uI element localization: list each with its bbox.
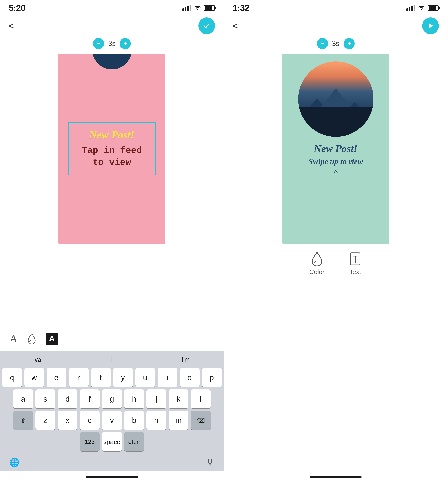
color-drop-icon (310, 252, 324, 266)
svg-rect-7 (349, 42, 350, 45)
globe-icon[interactable]: 🌐 (9, 458, 19, 467)
text-label: Text (349, 268, 361, 276)
text-tool[interactable]: Text (348, 252, 362, 276)
status-time-right: 1:32 (233, 3, 249, 13)
key-q[interactable]: q (2, 368, 22, 387)
wifi-icon-right (418, 5, 425, 11)
top-nav-right: < (224, 16, 448, 36)
svg-rect-2 (125, 42, 126, 45)
key-t[interactable]: t (91, 368, 111, 387)
swipe-text: Swipe up to view (309, 157, 363, 166)
home-bar-right (310, 476, 362, 478)
mountain-1 (320, 89, 352, 108)
key-space[interactable]: space (102, 432, 122, 451)
caret-icon: ^ (309, 168, 363, 178)
battery-icon-left (204, 5, 215, 11)
key-z[interactable]: z (35, 411, 55, 430)
mic-icon[interactable]: 🎙 (206, 458, 215, 467)
key-row-2: a s d f g h j k l (2, 389, 222, 409)
mountain-circle (298, 61, 374, 137)
svg-marker-4 (429, 23, 433, 28)
status-icons-left (183, 5, 215, 11)
canvas-area-right: New Post! Swipe up to view ^ (224, 52, 448, 244)
key-c[interactable]: c (80, 411, 100, 430)
back-button-right[interactable]: < (233, 20, 239, 32)
keyboard-bottom-bar: 🌐 🎙 (1, 455, 223, 471)
key-s[interactable]: s (35, 389, 55, 409)
home-bar-left (86, 476, 138, 478)
key-l[interactable]: l (191, 389, 211, 409)
check-button[interactable] (198, 17, 215, 34)
key-row-1: q w e r t y u i o p (2, 368, 222, 387)
keys-area: q w e r t y u i o p a s d f g h j k (1, 366, 223, 455)
key-g[interactable]: g (102, 389, 122, 409)
keyboard: ya I I'm q w e r t y u i o p a s d (0, 351, 224, 471)
timer-plus-right[interactable] (344, 38, 355, 49)
key-m[interactable]: m (169, 411, 188, 430)
color-tool[interactable]: Color (309, 252, 324, 276)
slide-right[interactable]: New Post! Swipe up to view ^ (282, 54, 389, 244)
suggestions-row: ya I I'm (1, 353, 223, 366)
key-y[interactable]: y (113, 368, 133, 387)
mountain-layer-3 (298, 107, 374, 137)
key-e[interactable]: e (47, 368, 66, 387)
key-backspace[interactable]: ⌫ (191, 411, 211, 430)
suggestion-i[interactable]: I (75, 353, 149, 366)
key-d[interactable]: d (58, 389, 78, 409)
key-shift[interactable]: ⇧ (13, 411, 33, 430)
status-time-left: 5:20 (9, 3, 25, 13)
half-circle-decoration (92, 54, 132, 69)
timer-minus-left[interactable] (93, 38, 104, 49)
key-123[interactable]: 123 (80, 432, 100, 451)
suggestion-ya[interactable]: ya (1, 353, 75, 366)
key-row-3: ⇧ z x c v b n m ⌫ (2, 411, 222, 430)
top-nav-left: < (0, 16, 224, 36)
key-a[interactable]: a (13, 389, 33, 409)
timer-label-right: 3s (332, 40, 339, 48)
color-label: Color (309, 268, 324, 276)
svg-line-3 (29, 340, 31, 342)
timer-row-left: 3s (0, 36, 224, 52)
key-i[interactable]: i (158, 368, 177, 387)
key-k[interactable]: k (169, 389, 188, 409)
timer-label-left: 3s (108, 40, 116, 48)
key-x[interactable]: x (58, 411, 78, 430)
key-row-4: 123 space return (2, 432, 222, 451)
key-b[interactable]: b (124, 411, 144, 430)
back-button-left[interactable]: < (9, 20, 15, 32)
text-fill-button[interactable]: A (46, 333, 58, 345)
battery-icon-right (428, 5, 439, 11)
key-n[interactable]: n (146, 411, 166, 430)
home-indicator-right (224, 471, 448, 483)
tap-text: Tap in feedto view (76, 145, 147, 169)
font-style-button[interactable]: A (10, 333, 17, 344)
mountain-bg (298, 61, 374, 137)
key-h[interactable]: h (124, 389, 144, 409)
key-v[interactable]: v (102, 411, 122, 430)
slide-left[interactable]: New Post! Tap in feedto view (58, 54, 165, 244)
svg-rect-5 (321, 43, 324, 44)
play-button[interactable] (422, 17, 439, 34)
toolbar-left: A A (0, 326, 224, 351)
new-post-label-right: New Post! (309, 143, 363, 155)
key-o[interactable]: o (180, 368, 200, 387)
key-u[interactable]: u (135, 368, 155, 387)
status-bar-right: 1:32 (224, 0, 448, 16)
color-drop-button-left[interactable] (27, 333, 36, 344)
slide-text-box[interactable]: New Post! Tap in feedto view (68, 122, 156, 175)
toolbar-right: Color Text (224, 244, 448, 284)
key-w[interactable]: w (24, 368, 44, 387)
key-return[interactable]: return (124, 432, 144, 451)
timer-plus-left[interactable] (120, 38, 131, 49)
text-icon (348, 252, 362, 266)
timer-row-right: 3s (224, 36, 448, 52)
key-p[interactable]: p (202, 368, 222, 387)
timer-minus-right[interactable] (317, 38, 328, 49)
svg-rect-0 (97, 43, 100, 44)
suggestion-im[interactable]: I'm (149, 353, 223, 366)
key-f[interactable]: f (80, 389, 100, 409)
signal-icon-right (406, 5, 415, 11)
key-j[interactable]: j (146, 389, 166, 409)
key-r[interactable]: r (69, 368, 88, 387)
home-indicator-left (0, 471, 224, 483)
